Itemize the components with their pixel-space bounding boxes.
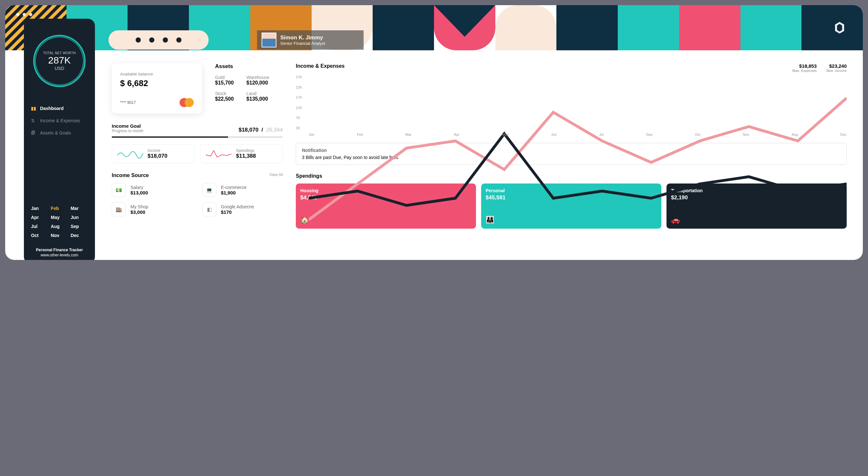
- asset-item: Warehouse$120,000: [246, 75, 269, 86]
- month-sep[interactable]: Sep: [71, 224, 88, 229]
- chart-title: Income & Expenses: [296, 63, 345, 73]
- max-income-label: Max. Income: [826, 69, 847, 73]
- asset-name: Land: [246, 91, 269, 96]
- asset-value: $120,000: [246, 80, 269, 86]
- nav-icon: 🗐: [31, 130, 36, 135]
- source-item[interactable]: ◧Google Adsecne$170: [202, 202, 283, 216]
- profile-role: Senior Financial Analyst: [280, 41, 325, 46]
- asset-value: $22,500: [215, 96, 238, 102]
- month-jul[interactable]: Jul: [31, 224, 48, 229]
- mini-income-label: Income: [148, 148, 167, 153]
- sources-title: Income Source: [112, 173, 149, 178]
- assets-title: Assets: [215, 63, 269, 70]
- mini-spendings-card[interactable]: Spendings $11,388: [200, 144, 283, 164]
- income-goal: Income Goal Progress to month $18,070 / …: [112, 123, 283, 138]
- networth-widget: TOTAL NET WORTH 287K USD: [35, 37, 84, 85]
- source-value: $3,000: [130, 209, 148, 215]
- cash-icon: 💵: [112, 183, 126, 197]
- source-value: $170: [221, 209, 254, 215]
- nav-icon: ▮▮: [31, 106, 36, 111]
- month-oct[interactable]: Oct: [31, 233, 48, 238]
- mini-spendings-label: Spendings: [236, 148, 256, 153]
- sidebar: TOTAL NET WORTH 287K USD ▮▮Dashboard⇅Inc…: [24, 19, 95, 260]
- month-dec[interactable]: Dec: [71, 233, 88, 238]
- main-content: Available balance $ 6,682 **** 9017 Asse…: [102, 57, 857, 253]
- month-apr[interactable]: Apr: [31, 215, 48, 220]
- mini-income-value: $18,070: [148, 153, 167, 159]
- assets-block: Assets Gold$15,700Warehouse$120,000Stock…: [215, 63, 269, 113]
- nav-label: Income & Expenses: [40, 118, 81, 123]
- left-column: Available balance $ 6,682 **** 9017 Asse…: [112, 63, 283, 247]
- month-mar[interactable]: Mar: [71, 206, 88, 211]
- asset-item: Land$135,000: [246, 91, 269, 102]
- source-value: $1,900: [221, 190, 246, 196]
- month-jun[interactable]: Jun: [71, 215, 88, 220]
- profile-card[interactable]: Simon K. Jimmy Senior Financial Analyst: [257, 30, 364, 50]
- balance-label: Available balance: [120, 72, 194, 76]
- asset-item: Gold$15,700: [215, 75, 238, 86]
- spendings-sparkline-icon: [206, 149, 231, 159]
- goal-sub: Progress to month: [112, 129, 144, 133]
- max-expenses-label: Max. Expenses: [793, 69, 817, 73]
- networth-value: 287K: [48, 55, 71, 66]
- networth-label: TOTAL NET WORTH: [43, 51, 75, 55]
- balance-card[interactable]: Available balance $ 6,682 **** 9017: [112, 63, 202, 113]
- source-value: $13,000: [130, 190, 148, 196]
- shop-icon: 🏬: [112, 202, 126, 216]
- max-income-value: $23,240: [826, 63, 847, 69]
- source-item[interactable]: 💵Salary$13,000: [112, 183, 192, 197]
- avatar: [261, 33, 276, 47]
- profile-name: Simon K. Jimmy: [280, 35, 325, 41]
- mastercard-icon: [180, 98, 194, 107]
- month-picker: JanFebMarAprMayJunJulAugSepOctNovDec: [31, 206, 88, 238]
- mini-spendings-value: $11,388: [236, 153, 256, 159]
- brand-logo-icon: [833, 21, 846, 37]
- right-column: Income & Expenses $18,853 Max. Expenses …: [296, 63, 847, 247]
- source-item[interactable]: 🏬My Shop$3,000: [112, 202, 192, 216]
- asset-name: Gold: [215, 75, 238, 80]
- goal-values: $18,070 / 26,344: [239, 127, 283, 133]
- footer-link[interactable]: www.other-levels.com: [31, 253, 88, 257]
- laptop-icon: 💻: [202, 183, 216, 197]
- decor-dots: [108, 30, 209, 50]
- asset-name: Stock: [215, 91, 238, 96]
- mini-income-card[interactable]: Income $18,070: [112, 144, 194, 164]
- sidebar-item-income-expenses[interactable]: ⇅Income & Expenses: [31, 118, 88, 123]
- ads-icon: ◧: [202, 202, 216, 216]
- card-last4: **** 9017: [120, 100, 136, 105]
- month-feb[interactable]: Feb: [51, 206, 68, 211]
- source-name: Salary: [130, 185, 148, 190]
- asset-value: $135,000: [246, 96, 269, 102]
- balance-amount: $ 6,682: [120, 78, 194, 88]
- window-traffic-lights: [16, 13, 32, 16]
- nav-label: Dashboard: [40, 106, 64, 111]
- footer-title: Personal Finance Tracker: [31, 248, 88, 252]
- nav-label: Assets & Goals: [40, 130, 71, 135]
- month-may[interactable]: May: [51, 215, 68, 220]
- income-sparkline-icon: [117, 149, 143, 159]
- max-expenses-value: $18,853: [793, 63, 817, 69]
- asset-name: Warehouse: [246, 75, 269, 80]
- source-name: My Shop: [130, 204, 148, 209]
- sidebar-nav: ▮▮Dashboard⇅Income & Expenses🗐Assets & G…: [31, 106, 88, 135]
- goal-progress: [112, 136, 283, 138]
- networth-unit: USD: [55, 66, 64, 71]
- source-name: Google Adsecne: [221, 204, 254, 209]
- source-name: E-commerce: [221, 185, 246, 190]
- app-window: Simon K. Jimmy Senior Financial Analyst …: [5, 5, 863, 260]
- income-expenses-chart: 27K22K17K12K7K2K JanFebMarAprMayJunJulSe…: [296, 75, 847, 136]
- asset-value: $15,700: [215, 80, 238, 86]
- sidebar-item-assets-goals[interactable]: 🗐Assets & Goals: [31, 130, 88, 135]
- view-all-link[interactable]: View All: [269, 173, 283, 178]
- source-item[interactable]: 💻E-commerce$1,900: [202, 183, 283, 197]
- goal-title: Income Goal: [112, 123, 144, 129]
- month-jan[interactable]: Jan: [31, 206, 48, 211]
- month-aug[interactable]: Aug: [51, 224, 68, 229]
- asset-item: Stock$22,500: [215, 91, 238, 102]
- sidebar-footer: Personal Finance Tracker www.other-level…: [31, 248, 88, 257]
- month-nov[interactable]: Nov: [51, 233, 68, 238]
- sidebar-item-dashboard[interactable]: ▮▮Dashboard: [31, 106, 88, 111]
- nav-icon: ⇅: [31, 118, 36, 123]
